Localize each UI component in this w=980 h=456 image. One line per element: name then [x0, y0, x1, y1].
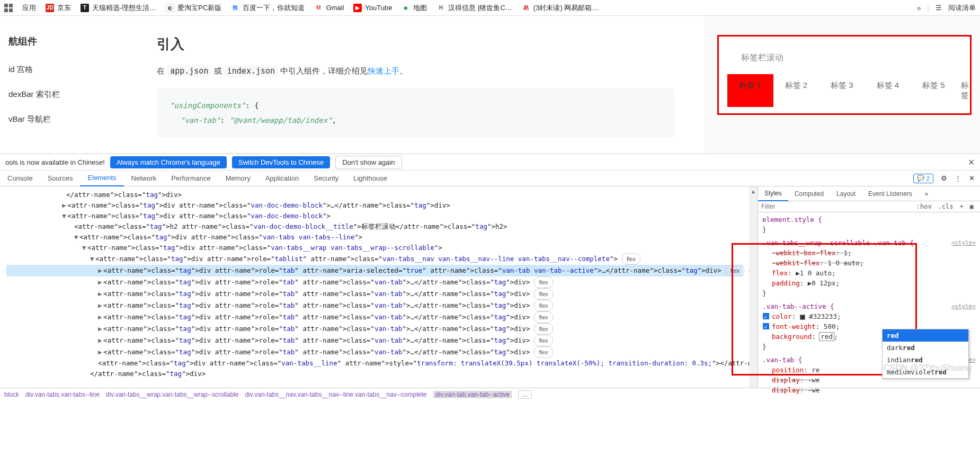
bookmark-icon: ◐ [166, 4, 174, 12]
rule-source[interactable]: <style> [951, 301, 976, 311]
bookmark-item[interactable]: JD京东 [46, 3, 71, 13]
element-tree-node[interactable]: ▼<attr-name">class="tag">div attr-name">… [6, 253, 743, 265]
devtools-tab-console[interactable]: Console [0, 171, 40, 186]
messages-badge[interactable]: 💬2 [913, 174, 933, 183]
tab-item-active[interactable]: 标签 1 [727, 74, 773, 107]
devtools-tab-sources[interactable]: Sources [40, 171, 81, 186]
breadcrumb-item[interactable]: block [4, 391, 19, 398]
element-tree-node[interactable]: </attr-name">class="tag">div> [6, 369, 743, 379]
infobar-message: ools is now available in Chinese! [5, 158, 105, 166]
property-checkbox[interactable] [763, 313, 769, 319]
styles-tab-layout[interactable]: Layout [830, 186, 862, 201]
element-tree-node[interactable]: ▼<attr-name">class="tag">div attr-name">… [6, 243, 743, 253]
doc-heading: 引入 [157, 35, 675, 53]
breadcrumb-more[interactable]: … [518, 390, 532, 399]
cls-toggle[interactable]: .cls [935, 203, 957, 210]
color-swatch[interactable] [800, 315, 805, 320]
bookmark-item[interactable]: ◐爱淘宝PC新版 [166, 3, 221, 13]
preview-title: 标签栏滚动 [741, 52, 961, 64]
sidebar-item[interactable]: id 宫格 [0, 57, 127, 82]
tab-item-overflow[interactable]: 标签 [957, 74, 973, 107]
close-devtools-icon[interactable]: ✕ [969, 174, 975, 182]
new-rule-button[interactable]: + [957, 203, 967, 210]
bookmark-label: (3封未读) 网易邮箱… [533, 3, 599, 13]
breadcrumb-item[interactable]: div.van-tabs__nav.van-tabs__nav--line.va… [245, 391, 426, 398]
scrollbar[interactable]: ▲ [749, 186, 758, 388]
element-tree-node[interactable]: ▶<attr-name">class="tag">div attr-name">… [6, 265, 743, 276]
always-match-button[interactable]: Always match Chrome's language [110, 156, 227, 168]
infobar-close-icon[interactable]: ✕ [968, 157, 975, 167]
element-tree-node[interactable]: ▶<attr-name">class="tag">div attr-name">… [6, 335, 743, 346]
element-tree-node[interactable]: ▶<attr-name">class="tag">div attr-name">… [6, 346, 743, 358]
bookmark-icon: JD [46, 4, 54, 12]
bookmark-item[interactable]: H汉得信息 |猪齿鱼C… [436, 3, 512, 13]
reading-list-label[interactable]: 阅读清单 [948, 3, 976, 13]
devtools-tab-application[interactable]: Application [258, 171, 307, 186]
bookmark-label: 天猫精选-理想生活… [92, 3, 156, 13]
quick-start-link[interactable]: 快速上手 [368, 66, 399, 75]
autocomplete-item[interactable]: mediumvioletred [883, 366, 968, 378]
apps-icon[interactable] [4, 4, 13, 12]
element-tree-node[interactable]: ▼<attr-name">class="tag">div attr-name">… [6, 211, 743, 221]
bookmark-item[interactable]: MGmail [314, 4, 344, 12]
tab-item[interactable]: 标签 5 [911, 74, 957, 107]
bookmark-item[interactable]: 熊百度一下，你就知道 [231, 3, 305, 13]
styles-rules[interactable]: element.style { } <style> .van-tabs__wra… [758, 212, 980, 400]
tab-item[interactable]: 标签 2 [773, 74, 819, 107]
tab-item[interactable]: 标签 4 [865, 74, 911, 107]
element-tree-node[interactable]: ▶<attr-name">class="tag">div attr-name">… [6, 323, 743, 335]
tab-item[interactable]: 标签 3 [819, 74, 865, 107]
styles-tab-styles[interactable]: Styles [758, 186, 788, 201]
sidebar-item[interactable]: vBar 导航栏 [0, 107, 127, 132]
element-tree-node[interactable]: ▶<attr-name">class="tag">div attr-name">… [6, 200, 743, 211]
settings-icon[interactable]: ⚙ [941, 174, 947, 182]
scroll-up-icon[interactable]: ▲ [751, 186, 756, 194]
styles-panel: Styles Computed Layout Event Listeners »… [758, 186, 980, 388]
devtools-tab-lighthouse[interactable]: Lighthouse [346, 171, 395, 186]
sidebar: 航组件 id 宫格 dexBar 索引栏 vBar 导航栏 [0, 16, 127, 153]
elements-tree[interactable]: </attr-name">class="tag">div> ▶<attr-nam… [0, 186, 749, 388]
hov-toggle[interactable]: :hov [913, 203, 935, 210]
property-checkbox[interactable] [763, 323, 769, 329]
devtools-tab-network[interactable]: Network [124, 171, 164, 186]
editing-value[interactable]: red [819, 333, 834, 341]
element-tree-node[interactable]: ▼<attr-name">class="tag">div attr-name">… [6, 232, 743, 243]
devtools-tabs: Console Sources Elements Network Perform… [0, 171, 980, 186]
element-tree-node[interactable]: ▶<attr-name">class="tag">div attr-name">… [6, 288, 743, 300]
breadcrumb-item-active[interactable]: div.van-tab.van-tab--active [433, 391, 512, 398]
autocomplete-item[interactable]: indianred [883, 354, 968, 366]
bookmark-item[interactable]: T天猫精选-理想生活… [81, 3, 156, 13]
sidebar-item[interactable]: dexBar 索引栏 [0, 82, 127, 107]
switch-chinese-button[interactable]: Switch DevTools to Chinese [232, 156, 330, 168]
breadcrumb-item[interactable]: div.van-tabs.van-tabs--line [25, 391, 100, 398]
element-tree-node[interactable]: <attr-name">class="tag">div attr-name">c… [6, 358, 743, 369]
bookmark-label: 汉得信息 |猪齿鱼C… [448, 3, 512, 13]
bookmark-icon: ◆ [402, 4, 410, 12]
styles-tab-computed[interactable]: Computed [788, 186, 830, 201]
styles-filter-input[interactable] [761, 201, 913, 212]
bookmark-item[interactable]: ▶YouTube [353, 4, 392, 12]
bookmarks-overflow[interactable]: » [917, 4, 921, 12]
rule-source[interactable]: <style> [951, 238, 976, 248]
panel-toggle-icon[interactable]: ▣ [967, 203, 977, 210]
devtools-tab-security[interactable]: Security [306, 171, 346, 186]
dont-show-button[interactable]: Don't show again [335, 156, 402, 169]
more-icon[interactable]: ⋮ [955, 174, 961, 182]
devtools-tab-elements[interactable]: Elements [80, 171, 123, 186]
message-icon: 💬 [917, 175, 924, 182]
styles-tab-event-listeners[interactable]: Event Listeners [862, 186, 919, 201]
bookmark-item[interactable]: ◆地图 [402, 3, 427, 13]
element-tree-node[interactable]: ▶<attr-name">class="tag">div attr-name">… [6, 300, 743, 311]
breadcrumb-item[interactable]: div.van-tabs__wrap.van-tabs__wrap--scrol… [106, 391, 239, 398]
element-tree-node[interactable]: ▶<attr-name">class="tag">div attr-name">… [6, 276, 743, 288]
element-tree-node[interactable]: ▶<attr-name">class="tag">div attr-name">… [6, 311, 743, 323]
devtools-tab-performance[interactable]: Performance [164, 171, 218, 186]
autocomplete-item[interactable]: red [883, 329, 968, 342]
bookmark-item[interactable]: 易(3封未读) 网易邮箱… [522, 3, 599, 13]
element-tree-node[interactable]: <attr-name">class="tag">h2 attr-name">cl… [6, 221, 743, 232]
element-tree-node[interactable]: </attr-name">class="tag">div> [6, 190, 743, 200]
styles-tabs-overflow[interactable]: » [919, 186, 935, 201]
autocomplete-item[interactable]: darkred [883, 342, 968, 354]
reading-list-icon[interactable]: ☰ [936, 4, 942, 12]
devtools-tab-memory[interactable]: Memory [218, 171, 258, 186]
